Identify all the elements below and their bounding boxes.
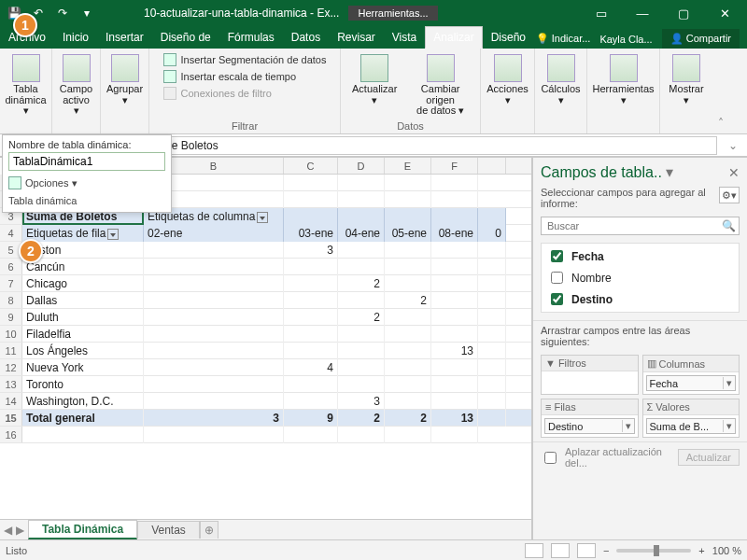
- cell[interactable]: [284, 292, 338, 309]
- cell[interactable]: [385, 309, 431, 326]
- cell[interactable]: [385, 275, 431, 292]
- row-labels-filter-icon[interactable]: [107, 229, 119, 240]
- cell[interactable]: [338, 359, 385, 376]
- view-page-break-icon[interactable]: [577, 543, 596, 558]
- cell-total-F[interactable]: 13: [431, 410, 478, 427]
- redo-icon[interactable]: ↷: [52, 3, 73, 23]
- zoom-in-icon[interactable]: +: [698, 545, 704, 556]
- cell[interactable]: Toronto: [22, 376, 144, 393]
- user-name[interactable]: Kayla Cla...: [599, 34, 652, 45]
- col-header-F[interactable]: F: [431, 158, 478, 174]
- cell[interactable]: [144, 292, 284, 309]
- cell[interactable]: [385, 259, 431, 275]
- field-list-tools-icon[interactable]: ⚙▾: [719, 187, 740, 203]
- calculations-button[interactable]: Cálculos ▾: [535, 52, 585, 107]
- cell[interactable]: Nueva York: [22, 359, 144, 376]
- sheet-tab-ventas[interactable]: Ventas: [137, 521, 200, 539]
- value-field-pill[interactable]: Suma de B...▾: [646, 418, 737, 434]
- cell[interactable]: [431, 326, 478, 343]
- cell-total-C[interactable]: 9: [284, 410, 338, 427]
- row-header[interactable]: 9: [0, 309, 22, 325]
- cell[interactable]: [284, 309, 338, 326]
- cell[interactable]: [144, 275, 284, 292]
- cell[interactable]: [144, 359, 284, 376]
- zoom-slider[interactable]: [616, 549, 691, 553]
- field-search-input[interactable]: [541, 217, 740, 235]
- field-search[interactable]: 🔍: [541, 217, 740, 235]
- cell[interactable]: [144, 259, 284, 275]
- row-header[interactable]: 10: [0, 326, 22, 342]
- tab-vista[interactable]: Vista: [384, 26, 425, 49]
- cell[interactable]: Washington, D.C.: [22, 393, 144, 410]
- pivot-name-input[interactable]: [8, 152, 165, 171]
- window-minimize-icon[interactable]: —: [624, 0, 661, 26]
- sheet-tab-active[interactable]: Tabla Dinámica: [28, 520, 137, 539]
- sheet-nav-prev-icon[interactable]: ◀: [4, 524, 12, 537]
- zoom-level[interactable]: 100 %: [712, 545, 741, 556]
- cell[interactable]: [338, 259, 385, 275]
- cell[interactable]: [338, 242, 385, 259]
- row-header[interactable]: 15: [0, 410, 22, 426]
- tools-button[interactable]: Herramientas ▾: [586, 52, 659, 107]
- cell[interactable]: Chicago: [22, 275, 144, 292]
- cell[interactable]: 4: [284, 359, 338, 376]
- cell-A4[interactable]: Etiquetas de fila: [22, 225, 144, 242]
- cell[interactable]: Dallas: [22, 292, 144, 309]
- show-button[interactable]: Mostrar ▾: [663, 52, 709, 107]
- area-columns[interactable]: ▥ ColumnasFecha▾: [642, 355, 740, 395]
- row-header[interactable]: 14: [0, 393, 22, 409]
- cell-total-D[interactable]: 2: [338, 410, 385, 427]
- cell-D4[interactable]: 04-ene: [338, 225, 385, 242]
- row-header[interactable]: 4: [0, 225, 22, 241]
- field-checkbox[interactable]: [551, 250, 563, 262]
- cell[interactable]: 2: [338, 309, 385, 326]
- cell[interactable]: [144, 309, 284, 326]
- cell[interactable]: [431, 309, 478, 326]
- worksheet-grid[interactable]: A B C D E F 1 2 3 Suma de Boletos Etique…: [0, 158, 532, 539]
- cell[interactable]: [431, 376, 478, 393]
- cell[interactable]: [431, 393, 478, 410]
- tab-insertar[interactable]: Insertar: [97, 26, 152, 49]
- field-list-close-icon[interactable]: ✕: [728, 165, 740, 180]
- formula-input[interactable]: Suma de Boletos: [126, 136, 717, 155]
- cell[interactable]: [385, 393, 431, 410]
- share-button[interactable]: 👤 Compartir: [662, 29, 740, 49]
- ribbon-display-options-icon[interactable]: ▭: [583, 0, 620, 26]
- zoom-out-icon[interactable]: −: [603, 545, 609, 556]
- field-item[interactable]: Fecha: [543, 245, 737, 267]
- cell[interactable]: [385, 326, 431, 343]
- cell-B4[interactable]: 02-ene: [144, 225, 284, 242]
- cell[interactable]: [431, 259, 478, 275]
- window-maximize-icon[interactable]: ▢: [665, 0, 702, 26]
- cell[interactable]: [284, 326, 338, 343]
- cell-total-label[interactable]: Total general: [22, 410, 144, 427]
- cell[interactable]: [284, 376, 338, 393]
- view-page-layout-icon[interactable]: [551, 543, 570, 558]
- active-field-button[interactable]: Campo activo ▾: [54, 52, 98, 119]
- field-list[interactable]: FechaNombreDestino: [541, 243, 740, 313]
- cell[interactable]: [431, 292, 478, 309]
- window-close-icon[interactable]: ✕: [706, 0, 743, 26]
- cell-G4[interactable]: 0: [478, 225, 506, 242]
- cell[interactable]: [431, 359, 478, 376]
- cell[interactable]: Duluth: [22, 309, 144, 326]
- tab-datos[interactable]: Datos: [283, 26, 329, 49]
- col-header-E[interactable]: E: [385, 158, 431, 174]
- cell[interactable]: [338, 376, 385, 393]
- cell[interactable]: [284, 259, 338, 275]
- cell-C4[interactable]: 03-ene: [284, 225, 338, 242]
- cell[interactable]: [144, 326, 284, 343]
- cell[interactable]: [284, 275, 338, 292]
- cell[interactable]: [144, 343, 284, 359]
- cell[interactable]: 2: [338, 275, 385, 292]
- cell[interactable]: [385, 343, 431, 359]
- pivot-table-button[interactable]: Tabla dinámica ▾: [0, 52, 52, 119]
- cell[interactable]: [284, 343, 338, 359]
- row-header[interactable]: 8: [0, 292, 22, 308]
- tab-analizar[interactable]: Analizar: [425, 26, 482, 49]
- collapse-ribbon-icon[interactable]: ˄: [712, 49, 729, 133]
- cell[interactable]: [338, 343, 385, 359]
- cell[interactable]: Cancún: [22, 259, 144, 275]
- row-header[interactable]: 13: [0, 376, 22, 392]
- row-header[interactable]: 11: [0, 343, 22, 358]
